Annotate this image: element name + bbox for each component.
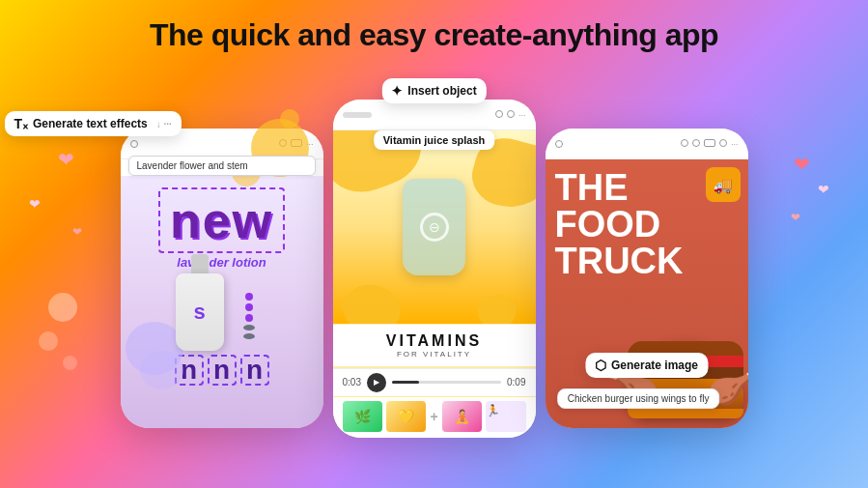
progress-fill — [392, 381, 419, 384]
time-end: 0:09 — [507, 377, 525, 388]
center-icon-3: ··· — [518, 110, 526, 120]
n-letter-2: n — [208, 355, 237, 386]
camera-notch — [343, 112, 372, 118]
lavender-sprig — [230, 283, 268, 351]
plus-sign: + — [430, 409, 437, 424]
center-icon-1 — [495, 110, 503, 118]
page-title: The quick and easy create-anything app — [150, 17, 718, 53]
food-truck-title-line2: FOOD — [555, 206, 661, 243]
thumb-1[interactable]: 🌿 — [343, 401, 382, 432]
bottle-body: s — [176, 273, 224, 351]
generate-image-label: Generate image — [611, 359, 698, 372]
vitamins-title: VITAMINS — [341, 332, 528, 350]
vitamins-bottle: ⊖ — [403, 179, 465, 275]
chicken-burger-chip[interactable]: Chicken burger using wings to fly — [557, 388, 720, 409]
new-text: new — [158, 187, 285, 253]
center-phone-content: ⊖ VITAMINS FOR VITALITY 0:03 ▶ 0:09 — [333, 130, 536, 438]
left-phone: ··· Lavender flower and stem new lavende… — [121, 129, 323, 428]
time-start: 0:03 — [343, 377, 361, 388]
video-controls[interactable]: 0:03 ▶ 0:09 — [333, 368, 536, 396]
n-letter-3: n — [240, 355, 269, 386]
progress-bar[interactable] — [392, 381, 501, 384]
bottle-top — [191, 254, 209, 273]
yellow-blob-3 — [280, 109, 299, 129]
cloud-2 — [140, 351, 183, 389]
right-phone: ··· THE FOOD TRUCK 🚚 NOW OPEN — [546, 129, 748, 428]
thumbnails-row: 🌿 💛 + 🧘 🏃 — [333, 397, 536, 438]
thumb-icon-4: 🏃 — [486, 404, 500, 417]
generate-image-icon: ⬡ — [595, 358, 606, 373]
center-phone-topbar: ··· — [333, 100, 536, 130]
lavender-dot-2 — [245, 303, 253, 311]
center-topbar-icons: ··· — [495, 110, 526, 120]
deco-circle-2 — [39, 331, 58, 351]
left-phone-content: new lavender lotion s — [121, 176, 323, 428]
thumb-3[interactable]: 🧘 — [442, 401, 482, 432]
lavender-dot-3 — [245, 314, 253, 322]
right-icon-4 — [719, 139, 727, 147]
splash-3 — [339, 280, 405, 324]
food-truck-title-line3: TRUCK — [555, 243, 684, 279]
food-truck-title-line1: THE — [555, 169, 629, 206]
right-icon-1 — [681, 139, 688, 147]
heart-deco-right-2: ❤ — [818, 182, 829, 197]
right-phone-wrapper: ··· THE FOOD TRUCK 🚚 NOW OPEN — [546, 129, 748, 438]
heart-deco-1: ❤ — [58, 148, 74, 171]
vitamins-splash-area: ⊖ — [333, 130, 536, 324]
generate-text-tooltip: Tₓ Generate text effects ↓ ··· — [4, 111, 181, 136]
thumb-4[interactable]: 🏃 — [486, 401, 525, 432]
bottle-symbol: ⊖ — [429, 219, 440, 235]
text-effect-icon: Tₓ — [14, 116, 28, 131]
center-icon-2 — [507, 110, 515, 118]
left-phone-wrapper: Tₓ Generate text effects ↓ ··· ··· Laven… — [121, 129, 323, 438]
thumb-2[interactable]: 💛 — [386, 401, 426, 432]
heart-deco-2: ❤ — [29, 196, 41, 212]
phones-container: ❤ ❤ ❤ Tₓ Generate text effects ↓ ··· ··· — [0, 71, 868, 438]
right-icon-2 — [692, 139, 700, 147]
bottle-letter: s — [193, 300, 205, 325]
thumb-icon-3: 🧘 — [454, 409, 470, 424]
lavender-input-chip[interactable]: Lavender flower and stem — [128, 156, 316, 176]
insert-label: Insert object — [407, 84, 476, 98]
bottle-wrapper: s — [176, 273, 224, 351]
thumb-icon-1: 🌿 — [354, 409, 371, 424]
right-topbar-icons: ··· — [681, 139, 739, 149]
deco-circle-1 — [48, 293, 77, 322]
center-phone: ··· ⊖ — [333, 100, 536, 438]
lavender-leaf-2 — [243, 333, 255, 339]
food-truck-icon-badge: 🚚 — [706, 167, 741, 202]
insert-object-tooltip: ✦ Insert object — [381, 78, 486, 103]
splash-4 — [475, 292, 518, 324]
vitamins-label-area: VITAMINS FOR VITALITY — [333, 325, 536, 366]
lavender-leaf-1 — [243, 325, 255, 330]
lotion-area: s — [128, 273, 316, 351]
vitamin-juice-tooltip: Vitamin juice splash — [374, 130, 495, 150]
thumb-icon-2: 💛 — [398, 409, 414, 424]
heart-deco-3: ❤ — [72, 225, 82, 239]
vitamins-sub: FOR VITALITY — [341, 350, 528, 359]
generate-image-tooltip: ⬡ Generate image — [585, 353, 708, 378]
right-phone-topbar: ··· — [546, 129, 748, 159]
heart-deco-right-1: ❤ — [794, 153, 810, 176]
deco-circle-3 — [63, 356, 77, 370]
topbar-icon-1 — [130, 140, 138, 148]
right-topbar-icon-1 — [555, 140, 563, 148]
heart-deco-right-3: ❤ — [791, 211, 800, 224]
lavender-dot-1 — [245, 293, 253, 301]
bottle-icon: ⊖ — [420, 213, 449, 242]
generate-text-label: Generate text effects — [33, 117, 148, 130]
insert-icon: ✦ — [391, 83, 403, 99]
right-icon-5: ··· — [731, 139, 739, 149]
center-phone-wrapper: ✦ Insert object Vitamin juice splash ··· — [333, 100, 536, 438]
right-icon-3 — [704, 139, 715, 147]
tooltip-actions: ↓ ··· — [156, 119, 172, 129]
nnn-row: n n n — [175, 355, 269, 386]
lavender-input-wrapper: Lavender flower and stem — [128, 156, 316, 176]
play-button[interactable]: ▶ — [367, 373, 386, 392]
bun-bottom — [628, 409, 743, 418]
